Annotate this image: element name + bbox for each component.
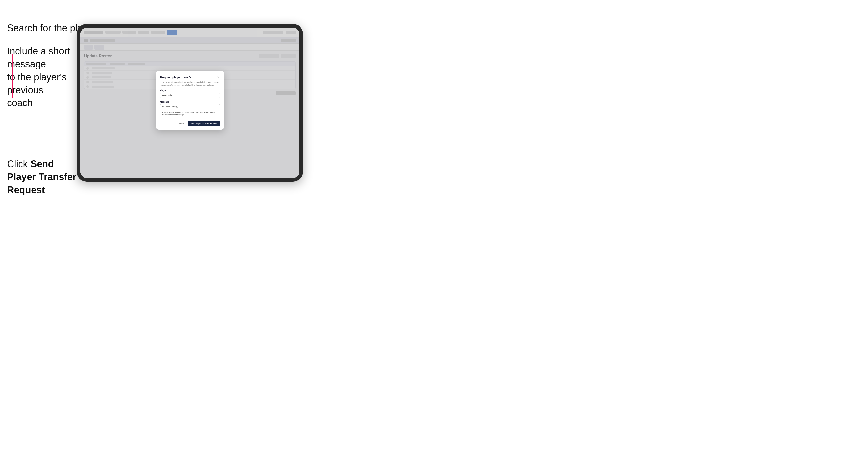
- message-label: Message: [160, 101, 220, 103]
- modal-description: If the player is transferring from anoth…: [160, 81, 220, 87]
- modal-title-row: Request player transfer ×: [160, 75, 220, 79]
- player-label: Player: [160, 89, 220, 92]
- player-input[interactable]: [160, 93, 220, 98]
- send-transfer-button[interactable]: Send Player Transfer Request: [188, 121, 219, 126]
- annotation-message: Include a short messageto the player's p…: [7, 45, 78, 110]
- modal-overlay: Request player transfer × If the player …: [81, 28, 299, 178]
- modal-actions: Cancel Send Player Transfer Request: [160, 121, 220, 126]
- cancel-button[interactable]: Cancel: [176, 121, 186, 126]
- modal-title: Request player transfer: [160, 76, 192, 79]
- annotation-click: Click Send Player Transfer Request: [7, 158, 78, 196]
- modal-dialog: Request player transfer × If the player …: [156, 71, 224, 130]
- message-textarea[interactable]: Hi Coach McHarg, Please accept this tran…: [160, 104, 220, 117]
- modal-close-button[interactable]: ×: [217, 75, 220, 79]
- message-annotation-vline: [12, 54, 12, 98]
- ipad-screen: Update Roster: [81, 28, 299, 178]
- ipad-device: Update Roster: [77, 24, 303, 182]
